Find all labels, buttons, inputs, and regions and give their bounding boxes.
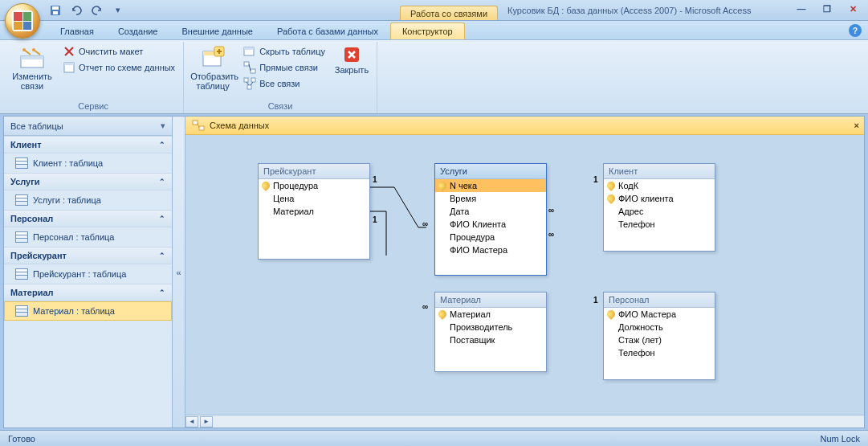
svg-rect-4	[21, 56, 43, 59]
entity-field[interactable]: КодК	[604, 179, 715, 192]
entity-header[interactable]: Материал	[435, 293, 546, 308]
nav-group-header[interactable]: Услуги⌃	[4, 173, 172, 190]
navigation-pane: Все таблицы ▾ Клиент⌃Клиент : таблицаУсл…	[4, 117, 173, 428]
hide-table-button[interactable]: Скрыть таблицу	[240, 43, 328, 59]
entity-Персонал[interactable]: ПерсоналФИО МастераДолжностьСтаж (лет)Те…	[603, 292, 715, 380]
show-table-button[interactable]: Отобразить таблицу	[189, 43, 237, 92]
table-icon	[15, 194, 28, 206]
close-relationships-button[interactable]: Закрыть	[332, 43, 372, 76]
ribbon-group-service: Изменить связи Очистить макет Отчет по с…	[3, 42, 184, 113]
ribbon-group-links: Отобразить таблицу Скрыть таблицу Прямые…	[184, 42, 377, 113]
qat-dropdown-icon[interactable]: ▾	[109, 2, 127, 19]
collapse-icon: ⌃	[159, 178, 165, 186]
schema-report-label: Отчет по схеме данных	[79, 63, 175, 72]
entity-field[interactable]: Производитель	[435, 321, 546, 333]
svg-rect-2	[53, 11, 58, 14]
horizontal-scrollbar[interactable]: ◄ ►	[185, 415, 864, 428]
redo-icon[interactable]	[88, 2, 106, 19]
nav-item[interactable]: Персонал : таблица	[4, 227, 172, 247]
collapse-icon: ⌃	[159, 141, 165, 149]
document-tab[interactable]: Схема данных ×	[185, 117, 864, 135]
collapse-icon: ⌃	[159, 215, 165, 223]
nav-collapse-button[interactable]: «	[173, 117, 185, 428]
entity-field[interactable]: Стаж (лет)	[604, 333, 715, 346]
entity-field[interactable]: Процедура	[259, 179, 369, 192]
tab-designer[interactable]: Конструктор	[390, 23, 465, 39]
table-icon	[15, 305, 28, 317]
entity-field[interactable]: ФИО Мастера	[604, 308, 715, 321]
entity-field[interactable]: Телефон	[604, 346, 715, 359]
svg-point-5	[22, 48, 26, 51]
edit-links-button[interactable]: Изменить связи	[8, 43, 56, 92]
svg-rect-14	[244, 62, 249, 66]
scroll-right-button[interactable]: ►	[200, 416, 213, 428]
entity-field[interactable]: Поставщик	[435, 333, 546, 346]
document-tab-label: Схема данных	[210, 121, 269, 130]
minimize-button[interactable]: —	[791, 2, 812, 16]
direct-links-label: Прямые связи	[259, 63, 318, 72]
context-tab-label: Работа со связями	[400, 6, 498, 20]
document-close-icon[interactable]: ×	[854, 121, 859, 130]
ribbon: Изменить связи Очистить макет Отчет по с…	[0, 40, 868, 114]
entity-field[interactable]: Должность	[604, 321, 715, 333]
nav-item[interactable]: Материал : таблица	[4, 301, 172, 321]
tab-home[interactable]: Главная	[48, 23, 106, 39]
entity-header[interactable]: Прейскурант	[259, 164, 369, 179]
nav-group-header[interactable]: Персонал⌃	[4, 210, 172, 227]
office-button[interactable]	[5, 3, 40, 39]
help-button[interactable]: ?	[849, 24, 862, 37]
svg-rect-13	[244, 47, 254, 50]
scroll-left-button[interactable]: ◄	[185, 416, 198, 428]
entity-field[interactable]: Материал	[259, 205, 369, 218]
window-title: Курсовик БД : база данных (Access 2007) …	[507, 6, 751, 15]
entity-Клиент[interactable]: КлиентКодКФИО клиентаАдресТелефон	[603, 163, 715, 252]
nav-item[interactable]: Услуги : таблица	[4, 190, 172, 210]
status-numlock: Num Lock	[820, 434, 860, 444]
entity-field[interactable]: ФИО Клиента	[435, 218, 546, 231]
entity-Услуги[interactable]: УслугиN чекаВремяДатаФИО КлиентаПроцедур…	[434, 163, 547, 276]
close-window-button[interactable]: ✕	[842, 2, 863, 16]
clear-layout-button[interactable]: Очистить макет	[59, 43, 178, 59]
entity-field[interactable]: Цена	[259, 192, 369, 205]
svg-rect-8	[64, 63, 74, 65]
save-icon[interactable]	[47, 2, 64, 19]
entity-field[interactable]: Адрес	[604, 205, 715, 218]
entity-header[interactable]: Услуги	[435, 164, 546, 179]
tab-external[interactable]: Внешние данные	[170, 23, 265, 39]
restore-button[interactable]: ❐	[817, 2, 837, 16]
svg-rect-17	[251, 78, 255, 82]
nav-header[interactable]: Все таблицы ▾	[4, 117, 172, 136]
direct-links-button[interactable]: Прямые связи	[240, 59, 328, 76]
entity-header[interactable]: Персонал	[604, 293, 715, 308]
nav-group-header[interactable]: Клиент⌃	[4, 136, 172, 153]
entity-Материал[interactable]: МатериалМатериалПроизводительПоставщик	[434, 292, 547, 372]
collapse-icon: ⌃	[159, 288, 165, 297]
all-links-button[interactable]: Все связи	[240, 76, 328, 92]
entity-field[interactable]: ФИО клиента	[604, 192, 715, 205]
schema-report-button[interactable]: Отчет по схеме данных	[59, 59, 178, 76]
tab-create[interactable]: Создание	[106, 23, 170, 39]
entity-field[interactable]: Материал	[435, 308, 546, 321]
entity-field[interactable]: Дата	[435, 205, 546, 218]
nav-header-dropdown-icon[interactable]: ▾	[161, 121, 165, 131]
nav-group-header[interactable]: Прейскурант⌃	[4, 247, 172, 264]
nav-group-header[interactable]: Материал⌃	[4, 284, 172, 301]
hide-table-label: Скрыть таблицу	[259, 47, 325, 56]
entity-header[interactable]: Клиент	[604, 164, 715, 179]
edit-links-label: Изменить связи	[10, 72, 55, 91]
entity-field[interactable]: Телефон	[604, 218, 715, 231]
entity-field[interactable]: ФИО Мастера	[435, 243, 546, 256]
schema-icon	[192, 119, 205, 132]
undo-icon[interactable]	[67, 2, 85, 19]
tab-dbtools[interactable]: Работа с базами данных	[265, 23, 390, 39]
nav-item[interactable]: Клиент : таблица	[4, 153, 172, 173]
entity-field[interactable]: N чека	[435, 179, 546, 192]
nav-item[interactable]: Прейскурант : таблица	[4, 264, 172, 284]
svg-rect-18	[247, 85, 251, 89]
svg-point-6	[32, 48, 35, 51]
collapse-icon: ⌃	[159, 252, 165, 260]
entity-Прейскурант[interactable]: ПрейскурантПроцедураЦенаМатериал	[258, 163, 370, 260]
entity-field[interactable]: Время	[435, 192, 546, 205]
relationship-canvas[interactable]: 1∞ 1∞ ∞1 ∞1 ПрейскурантПроцедураЦенаМате…	[185, 135, 864, 415]
entity-field[interactable]: Процедура	[435, 231, 546, 243]
